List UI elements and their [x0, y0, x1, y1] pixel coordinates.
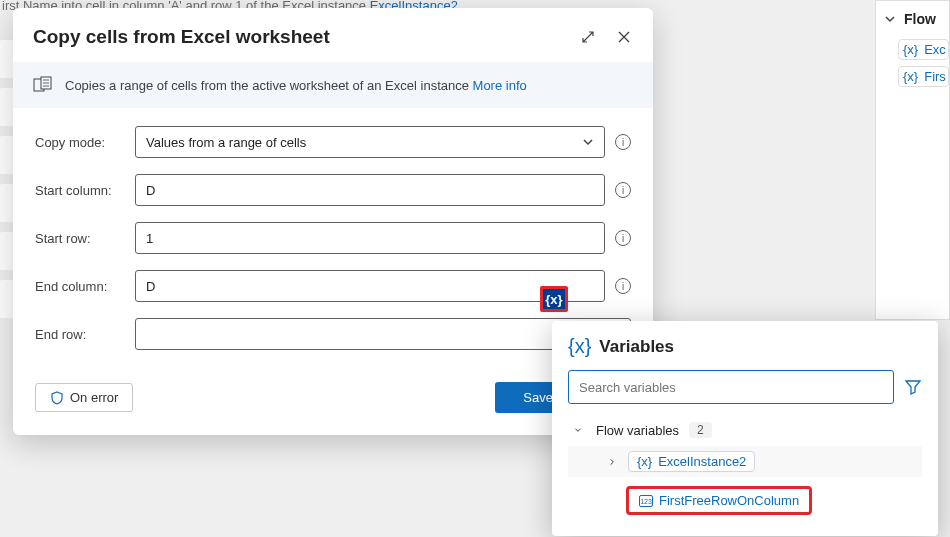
shield-icon	[50, 391, 64, 405]
info-icon[interactable]: i	[615, 230, 631, 246]
variable-row[interactable]: {x} ExcelInstance2	[568, 446, 922, 477]
start-row-input[interactable]	[135, 222, 605, 254]
on-error-button[interactable]: On error	[35, 383, 133, 412]
variables-popup: {x} Variables Flow variables 2 {x} Excel…	[552, 321, 938, 536]
variable-insert-badge[interactable]: {x}	[540, 286, 568, 312]
chevron-right-icon[interactable]	[608, 456, 620, 468]
brace-icon: {x}	[568, 335, 591, 358]
more-info-link[interactable]: More info	[473, 78, 527, 93]
flow-variables-group[interactable]: Flow variables 2	[568, 416, 922, 446]
end-row-label: End row:	[35, 327, 123, 342]
end-column-input[interactable]	[135, 270, 605, 302]
expand-icon[interactable]	[579, 28, 597, 46]
flow-panel-header[interactable]: Flow	[884, 11, 949, 27]
chevron-down-icon	[582, 136, 594, 148]
chevron-down-icon	[574, 424, 586, 436]
variable-chip[interactable]: {x} ExcelInstance2	[628, 451, 755, 472]
variables-popup-title: {x} Variables	[568, 335, 922, 358]
variable-chip-highlighted[interactable]: 123 FirstFreeRowOnColumn	[626, 486, 812, 515]
dialog-title: Copy cells from Excel worksheet	[33, 26, 579, 48]
brace-icon: {x}	[637, 454, 652, 469]
info-icon[interactable]: i	[615, 278, 631, 294]
info-icon[interactable]: i	[615, 134, 631, 150]
copy-mode-select[interactable]: Values from a range of cells	[135, 126, 605, 158]
end-column-label: End column:	[35, 279, 123, 294]
info-icon[interactable]: i	[615, 182, 631, 198]
info-bar: Copies a range of cells from the active …	[13, 62, 653, 108]
flow-var-chip[interactable]: {x}Exc	[898, 39, 949, 60]
start-column-label: Start column:	[35, 183, 123, 198]
number-icon: 123	[639, 495, 653, 507]
close-icon[interactable]	[615, 28, 633, 46]
variable-row[interactable]: 123 FirstFreeRowOnColumn	[568, 481, 922, 520]
start-row-label: Start row:	[35, 231, 123, 246]
count-badge: 2	[689, 422, 712, 438]
start-column-input[interactable]	[135, 174, 605, 206]
flow-panel: Flow {x}Exc {x}Firs	[875, 0, 950, 320]
search-variables-input[interactable]	[568, 370, 894, 404]
copy-mode-label: Copy mode:	[35, 135, 123, 150]
filter-icon[interactable]	[904, 378, 922, 396]
flow-var-chip[interactable]: {x}Firs	[898, 66, 949, 87]
excel-copy-icon	[33, 76, 53, 94]
chevron-down-icon	[884, 13, 896, 25]
svg-text:123: 123	[640, 498, 652, 505]
